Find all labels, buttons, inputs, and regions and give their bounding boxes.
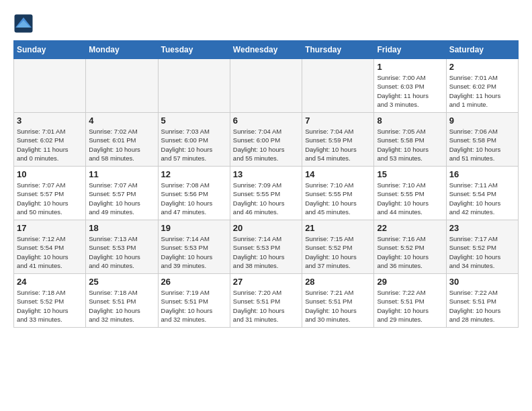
day-number: 19 — [161, 223, 227, 233]
calendar-day-cell: 3Sunrise: 7:01 AM Sunset: 6:02 PM Daylig… — [14, 113, 86, 167]
weekday-header: Thursday — [302, 41, 374, 59]
day-number: 30 — [449, 277, 515, 287]
calendar-day-cell: 30Sunrise: 7:22 AM Sunset: 5:51 PM Dayli… — [446, 274, 518, 328]
day-info: Sunrise: 7:12 AM Sunset: 5:54 PM Dayligh… — [17, 234, 83, 270]
day-number: 2 — [449, 62, 515, 72]
day-info: Sunrise: 7:19 AM Sunset: 5:51 PM Dayligh… — [161, 288, 227, 324]
day-number: 8 — [377, 116, 443, 126]
weekday-header: Wednesday — [230, 41, 302, 59]
day-info: Sunrise: 7:16 AM Sunset: 5:52 PM Dayligh… — [377, 234, 443, 270]
day-info: Sunrise: 7:09 AM Sunset: 5:55 PM Dayligh… — [233, 181, 299, 216]
calendar-day-cell: 17Sunrise: 7:12 AM Sunset: 5:54 PM Dayli… — [14, 220, 86, 274]
day-number: 1 — [377, 62, 443, 72]
day-number: 12 — [161, 169, 227, 179]
day-info: Sunrise: 7:17 AM Sunset: 5:52 PM Dayligh… — [449, 234, 515, 270]
calendar-day-cell: 7Sunrise: 7:04 AM Sunset: 5:59 PM Daylig… — [302, 113, 374, 167]
day-info: Sunrise: 7:21 AM Sunset: 5:51 PM Dayligh… — [305, 288, 371, 324]
day-number: 5 — [161, 116, 227, 126]
day-number: 15 — [377, 169, 443, 179]
day-info: Sunrise: 7:00 AM Sunset: 6:03 PM Dayligh… — [377, 73, 443, 109]
calendar-day-cell: 27Sunrise: 7:20 AM Sunset: 5:51 PM Dayli… — [230, 274, 302, 328]
weekday-header-row: SundayMondayTuesdayWednesdayThursdayFrid… — [14, 41, 519, 59]
calendar-day-cell: 14Sunrise: 7:10 AM Sunset: 5:55 PM Dayli… — [302, 167, 374, 220]
page-header — [13, 13, 519, 34]
day-info: Sunrise: 7:13 AM Sunset: 5:53 PM Dayligh… — [89, 234, 154, 270]
weekday-header: Saturday — [446, 41, 518, 59]
day-number: 16 — [449, 169, 515, 179]
day-info: Sunrise: 7:06 AM Sunset: 5:58 PM Dayligh… — [449, 127, 515, 163]
calendar-week-row: 24Sunrise: 7:18 AM Sunset: 5:52 PM Dayli… — [14, 274, 519, 328]
day-info: Sunrise: 7:10 AM Sunset: 5:55 PM Dayligh… — [305, 181, 371, 216]
day-info: Sunrise: 7:18 AM Sunset: 5:51 PM Dayligh… — [89, 288, 154, 324]
calendar-day-cell: 15Sunrise: 7:10 AM Sunset: 5:55 PM Dayli… — [374, 167, 446, 220]
calendar-day-cell: 4Sunrise: 7:02 AM Sunset: 6:01 PM Daylig… — [86, 113, 158, 167]
day-number: 17 — [17, 223, 83, 233]
calendar-day-cell: 24Sunrise: 7:18 AM Sunset: 5:52 PM Dayli… — [14, 274, 86, 328]
day-number: 20 — [233, 223, 299, 233]
day-number: 29 — [377, 277, 443, 287]
day-number: 6 — [233, 116, 299, 126]
day-info: Sunrise: 7:08 AM Sunset: 5:56 PM Dayligh… — [161, 181, 227, 216]
day-info: Sunrise: 7:14 AM Sunset: 5:53 PM Dayligh… — [161, 234, 227, 270]
weekday-header: Friday — [374, 41, 446, 59]
day-number: 4 — [89, 116, 154, 126]
calendar-week-row: 3Sunrise: 7:01 AM Sunset: 6:02 PM Daylig… — [14, 113, 519, 167]
day-number: 21 — [305, 223, 371, 233]
calendar-day-cell: 16Sunrise: 7:11 AM Sunset: 5:54 PM Dayli… — [446, 167, 518, 220]
calendar-week-row: 10Sunrise: 7:07 AM Sunset: 5:57 PM Dayli… — [14, 167, 519, 220]
logo-icon — [13, 13, 34, 34]
day-info: Sunrise: 7:01 AM Sunset: 6:02 PM Dayligh… — [17, 127, 83, 163]
calendar-day-cell — [14, 59, 86, 113]
day-number: 18 — [89, 223, 154, 233]
calendar-day-cell: 28Sunrise: 7:21 AM Sunset: 5:51 PM Dayli… — [302, 274, 374, 328]
day-info: Sunrise: 7:22 AM Sunset: 5:51 PM Dayligh… — [377, 288, 443, 324]
calendar-day-cell — [230, 59, 302, 113]
calendar-day-cell: 13Sunrise: 7:09 AM Sunset: 5:55 PM Dayli… — [230, 167, 302, 220]
day-number: 22 — [377, 223, 443, 233]
day-info: Sunrise: 7:03 AM Sunset: 6:00 PM Dayligh… — [161, 127, 227, 163]
calendar-day-cell: 5Sunrise: 7:03 AM Sunset: 6:00 PM Daylig… — [158, 113, 230, 167]
calendar-week-row: 17Sunrise: 7:12 AM Sunset: 5:54 PM Dayli… — [14, 220, 519, 274]
calendar-day-cell: 26Sunrise: 7:19 AM Sunset: 5:51 PM Dayli… — [158, 274, 230, 328]
day-number: 27 — [233, 277, 299, 287]
calendar-day-cell — [302, 59, 374, 113]
day-number: 13 — [233, 169, 299, 179]
calendar-day-cell: 8Sunrise: 7:05 AM Sunset: 5:58 PM Daylig… — [374, 113, 446, 167]
day-info: Sunrise: 7:05 AM Sunset: 5:58 PM Dayligh… — [377, 127, 443, 163]
calendar-day-cell: 29Sunrise: 7:22 AM Sunset: 5:51 PM Dayli… — [374, 274, 446, 328]
day-info: Sunrise: 7:10 AM Sunset: 5:55 PM Dayligh… — [377, 181, 443, 216]
day-info: Sunrise: 7:22 AM Sunset: 5:51 PM Dayligh… — [449, 288, 515, 324]
day-info: Sunrise: 7:07 AM Sunset: 5:57 PM Dayligh… — [89, 181, 154, 216]
calendar-table: SundayMondayTuesdayWednesdayThursdayFrid… — [13, 40, 519, 328]
weekday-header: Monday — [86, 41, 158, 59]
weekday-header: Tuesday — [158, 41, 230, 59]
calendar-day-cell: 10Sunrise: 7:07 AM Sunset: 5:57 PM Dayli… — [14, 167, 86, 220]
calendar-day-cell: 1Sunrise: 7:00 AM Sunset: 6:03 PM Daylig… — [374, 59, 446, 113]
calendar-day-cell — [86, 59, 158, 113]
day-number: 7 — [305, 116, 371, 126]
calendar-day-cell: 21Sunrise: 7:15 AM Sunset: 5:52 PM Dayli… — [302, 220, 374, 274]
calendar-day-cell: 25Sunrise: 7:18 AM Sunset: 5:51 PM Dayli… — [86, 274, 158, 328]
day-number: 26 — [161, 277, 227, 287]
day-number: 28 — [305, 277, 371, 287]
day-number: 9 — [449, 116, 515, 126]
day-number: 3 — [17, 116, 83, 126]
logo — [13, 13, 36, 34]
day-info: Sunrise: 7:14 AM Sunset: 5:53 PM Dayligh… — [233, 234, 299, 270]
day-number: 11 — [89, 169, 154, 179]
day-info: Sunrise: 7:18 AM Sunset: 5:52 PM Dayligh… — [17, 288, 83, 324]
day-number: 25 — [89, 277, 154, 287]
day-info: Sunrise: 7:04 AM Sunset: 6:00 PM Dayligh… — [233, 127, 299, 163]
day-info: Sunrise: 7:02 AM Sunset: 6:01 PM Dayligh… — [89, 127, 154, 163]
calendar-day-cell: 18Sunrise: 7:13 AM Sunset: 5:53 PM Dayli… — [86, 220, 158, 274]
calendar-day-cell: 12Sunrise: 7:08 AM Sunset: 5:56 PM Dayli… — [158, 167, 230, 220]
day-info: Sunrise: 7:07 AM Sunset: 5:57 PM Dayligh… — [17, 181, 83, 216]
calendar-day-cell — [158, 59, 230, 113]
calendar-week-row: 1Sunrise: 7:00 AM Sunset: 6:03 PM Daylig… — [14, 59, 519, 113]
day-number: 10 — [17, 169, 83, 179]
calendar-day-cell: 2Sunrise: 7:01 AM Sunset: 6:02 PM Daylig… — [446, 59, 518, 113]
calendar-day-cell: 22Sunrise: 7:16 AM Sunset: 5:52 PM Dayli… — [374, 220, 446, 274]
day-info: Sunrise: 7:11 AM Sunset: 5:54 PM Dayligh… — [449, 181, 515, 216]
calendar-day-cell: 9Sunrise: 7:06 AM Sunset: 5:58 PM Daylig… — [446, 113, 518, 167]
calendar-day-cell: 20Sunrise: 7:14 AM Sunset: 5:53 PM Dayli… — [230, 220, 302, 274]
